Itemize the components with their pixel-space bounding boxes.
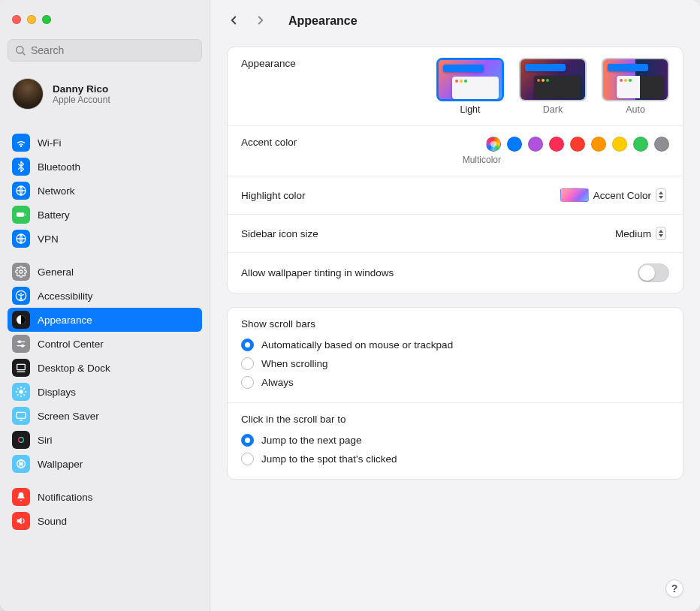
radio-button[interactable] <box>241 434 254 447</box>
accent-swatch-yellow[interactable] <box>612 137 627 152</box>
radio-option[interactable]: When scrolling <box>241 354 669 373</box>
sidebar-item-network[interactable]: Network <box>8 179 202 203</box>
main-pane: Appearance Appearance LightDarkAuto Acce… <box>210 0 700 611</box>
forward-button[interactable] <box>254 14 267 29</box>
sidebar-item-sound[interactable]: Sound <box>8 509 202 533</box>
sidebar-item-general[interactable]: General <box>8 260 202 284</box>
sidebar-item-accessibility[interactable]: Accessibility <box>8 284 202 308</box>
appearance-row: Appearance LightDarkAuto <box>228 47 683 126</box>
sidebar-item-label: General <box>38 266 74 278</box>
svg-line-19 <box>24 395 25 396</box>
radio-button[interactable] <box>241 339 254 351</box>
sidebar-item-label: Screen Saver <box>38 411 99 422</box>
sidebar-item-desktop-dock[interactable]: Desktop & Dock <box>8 356 202 380</box>
sidebar-item-notifications[interactable]: Notifications <box>8 485 202 509</box>
highlight-color-popup[interactable]: Accent Color <box>556 187 669 203</box>
back-button[interactable] <box>227 14 240 29</box>
minimize-button[interactable] <box>27 15 36 24</box>
radio-option[interactable]: Automatically based on mouse or trackpad <box>241 336 669 354</box>
radio-option[interactable]: Always <box>241 373 669 392</box>
sidebar-icon-size-popup[interactable]: Medium <box>611 225 669 242</box>
sidebar-item-label: Siri <box>38 435 53 446</box>
radio-option[interactable]: Jump to the next page <box>241 431 669 450</box>
sidebar-item-appearance[interactable]: Appearance <box>8 308 202 332</box>
sidebar-item-control-center[interactable]: Control Center <box>8 332 202 356</box>
page-title: Appearance <box>288 14 358 28</box>
sidebar-item-label: Sound <box>38 516 67 527</box>
wallpaper-tint-label: Allow wallpaper tinting in windows <box>241 267 394 278</box>
svg-point-0 <box>20 146 21 146</box>
accent-swatch-caption <box>585 155 606 165</box>
appearance-option-auto[interactable]: Auto <box>602 58 669 115</box>
stepper-icon <box>656 227 666 240</box>
sidebar-item-wi-fi[interactable]: Wi-Fi <box>8 131 202 155</box>
accent-swatch-caption <box>648 155 669 165</box>
scroll-bars-section: Show scroll bars Automatically based on … <box>228 308 683 403</box>
radio-label: Jump to the next page <box>261 435 362 446</box>
sidebar-item-label: Wallpaper <box>38 459 83 470</box>
accent-swatch-pink[interactable] <box>549 137 564 152</box>
battery-icon <box>12 206 30 224</box>
close-button[interactable] <box>12 15 21 24</box>
accent-swatch-caption <box>627 155 648 165</box>
svg-rect-2 <box>17 212 24 216</box>
scroll-click-section: Click in the scroll bar to Jump to the n… <box>228 403 683 479</box>
desktop-dock-icon <box>12 359 30 377</box>
accent-swatch-blue[interactable] <box>507 137 522 152</box>
sidebar-item-battery[interactable]: Battery <box>8 203 202 227</box>
help-button[interactable]: ? <box>665 579 683 597</box>
sidebar-icon-size-row: Sidebar icon size Medium <box>228 215 683 253</box>
svg-rect-24 <box>17 412 26 418</box>
apple-account-row[interactable]: Danny Rico Apple Account <box>8 71 202 122</box>
accent-swatch-caption <box>606 155 627 165</box>
traffic-lights <box>12 15 51 24</box>
highlight-color-chip <box>560 188 589 202</box>
account-subtitle: Apple Account <box>53 95 110 105</box>
bluetooth-icon <box>12 158 30 176</box>
svg-line-18 <box>17 388 18 389</box>
sidebar-item-displays[interactable]: Displays <box>8 380 202 404</box>
toolbar: Appearance <box>210 0 700 42</box>
radio-option[interactable]: Jump to the spot that's clicked <box>241 450 669 468</box>
radio-button[interactable] <box>241 453 254 465</box>
wallpaper-tint-toggle[interactable] <box>638 263 669 282</box>
radio-label: Automatically based on mouse or trackpad <box>261 339 453 351</box>
radio-button[interactable] <box>241 376 254 389</box>
appearance-label: Appearance <box>241 58 296 69</box>
zoom-button[interactable] <box>42 15 51 24</box>
appearance-option-light[interactable]: Light <box>436 58 504 115</box>
accent-swatch-red[interactable] <box>570 137 585 152</box>
accent-swatch-green[interactable] <box>633 137 648 152</box>
accent-swatch-graphite[interactable] <box>654 137 669 152</box>
accent-swatch-orange[interactable] <box>591 137 606 152</box>
accent-swatch-multicolor[interactable] <box>486 137 501 152</box>
appearance-icon <box>12 311 30 329</box>
screen-saver-icon <box>12 407 30 425</box>
accessibility-icon <box>12 287 30 305</box>
vpn-icon <box>12 230 30 248</box>
accent-swatch-purple[interactable] <box>528 137 543 152</box>
gear-icon <box>12 263 30 281</box>
wifi-icon <box>12 134 30 152</box>
sidebar-item-label: Appearance <box>38 315 92 326</box>
scroll-click-title: Click in the scroll bar to <box>241 414 669 425</box>
svg-point-12 <box>22 345 24 347</box>
svg-point-15 <box>19 390 23 393</box>
radio-button[interactable] <box>241 357 254 370</box>
appearance-option-dark[interactable]: Dark <box>519 58 587 115</box>
sidebar-item-screen-saver[interactable]: Screen Saver <box>8 404 202 428</box>
notifications-icon <box>12 488 30 506</box>
sidebar-item-label: Accessibility <box>38 290 93 302</box>
sidebar-item-siri[interactable]: Siri <box>8 428 202 452</box>
settings-window: Danny Rico Apple Account Wi-FiBluetoothN… <box>0 0 700 611</box>
accent-color-row: Accent color Multicolor <box>228 126 683 176</box>
sidebar-item-bluetooth[interactable]: Bluetooth <box>8 155 202 179</box>
sidebar-item-label: Bluetooth <box>38 161 80 173</box>
svg-line-23 <box>24 388 25 389</box>
search-input[interactable] <box>8 39 202 62</box>
sidebar-item-vpn[interactable]: VPN <box>8 227 202 251</box>
siri-icon <box>12 431 30 449</box>
appearance-option-label: Light <box>436 104 504 115</box>
sidebar-item-wallpaper[interactable]: Wallpaper <box>8 452 202 476</box>
scrolling-panel: Show scroll bars Automatically based on … <box>227 307 683 480</box>
